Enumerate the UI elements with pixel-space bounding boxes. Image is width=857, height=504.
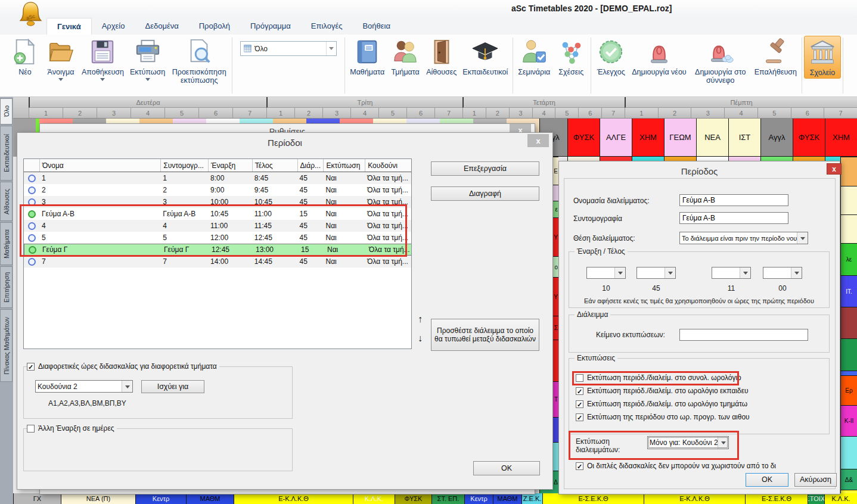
timetable-cell[interactable]: Αγγλ <box>760 119 793 157</box>
side-tab-all[interactable]: Όλο <box>0 98 13 125</box>
timetable-cell[interactable] <box>696 157 729 161</box>
timetable-cell[interactable]: Ε-Σ.Ε.Κ.Θ <box>745 493 808 504</box>
side-tab-subjects[interactable]: Μαθήματα <box>0 222 13 265</box>
abbreviation-input[interactable] <box>679 212 788 224</box>
edit-button[interactable]: Επεξεργασία <box>431 161 539 176</box>
end-hour-select[interactable] <box>712 267 751 279</box>
print-button[interactable]: Εκτύπωση <box>127 36 168 85</box>
add-break-button[interactable]: Προσθέστε διάλειμμα το οποίο θα τυπωθεί … <box>431 319 539 351</box>
timetable-cell[interactable]: ΦΥΣΚ <box>567 119 600 157</box>
chevron-down-icon[interactable] <box>791 267 802 278</box>
different-hours-checkbox[interactable]: ✓ Διαφορετικές ώρες διδασκαλίας για διαφ… <box>27 362 219 371</box>
period-row[interactable]: 4411:0011:4545ΝαιΌλα τα τμή... <box>24 220 411 232</box>
period-row[interactable]: 5512:0012:4545ΝαιΌλα τα τμή... <box>24 232 411 244</box>
period-row[interactable]: Γεύμα Α-ΒΓεύμα Α-Β10:4511:0015ΝαιΌλα τα … <box>24 208 411 220</box>
tab-general[interactable]: Γενικά <box>46 18 92 35</box>
timetable-cell[interactable]: λε <box>840 243 857 275</box>
chevron-down-icon[interactable] <box>122 381 132 392</box>
checkbox-box[interactable]: ✓ <box>576 400 583 408</box>
checkbox-box[interactable]: ✓ <box>576 413 583 421</box>
timetables-online-button[interactable]: TimeTables Online <box>845 36 857 86</box>
timetable-cell[interactable]: ΧΗΜ <box>825 119 857 157</box>
column-header[interactable]: Όνομα <box>39 159 160 172</box>
print-option-checkbox[interactable]: ✓Εκτύπωση περιόδ./διαλείμ. στο ωρολόγιο … <box>576 387 751 395</box>
timetable-cell[interactable]: ΓΕΩΜ <box>664 119 696 157</box>
column-header[interactable]: Κουδούνι <box>365 159 411 172</box>
periods-ok-button[interactable]: OK <box>473 461 540 475</box>
period-ok-button[interactable]: OK <box>746 473 788 487</box>
tab-help[interactable]: Βοήθεια <box>352 18 400 35</box>
timetable-cell[interactable]: Κ-ΙΙ <box>840 405 857 436</box>
period-row[interactable]: 3310:0010:4545ΝαιΌλα τα τμή... <box>24 196 411 208</box>
print-breaks-select[interactable]: Μόνο για: Κουδούνι 2 <box>647 436 729 449</box>
timetable-cell[interactable]: ΜΑΘΜ <box>493 493 521 504</box>
tab-data[interactable]: Δεδομένα <box>135 18 188 35</box>
asc-bell-logo-icon[interactable]: aSc <box>17 1 45 28</box>
print-option-checkbox[interactable]: ✓Εκτύπωση της περιόδου στο ωρ. προγρ. τω… <box>576 413 752 421</box>
bells-select[interactable]: Κουδούνια 2 <box>35 380 133 393</box>
period-row[interactable]: 7714:0014:4545ΝαιΌλα τα τμή... <box>24 256 411 267</box>
column-header[interactable]: Τέλος <box>252 159 297 172</box>
end-minute-select[interactable] <box>763 267 802 279</box>
side-tab-teachers[interactable]: Εκπαιδευτικοί <box>0 126 13 181</box>
timetable-cell[interactable]: ΙΣΤ <box>728 119 760 157</box>
timetable-cell[interactable]: Κ.Λ.Κ. <box>824 493 857 504</box>
timetable-cell[interactable] <box>840 214 857 243</box>
checkbox-box[interactable]: ✓ <box>576 387 583 395</box>
double-lessons-checkbox[interactable]: ✓ Οι διπλές διδασκαλίες δεν μπορούν να χ… <box>576 462 778 470</box>
subjects-button[interactable]: Μαθήματα <box>347 36 387 77</box>
timetable-cell[interactable]: ΣΤΟΙΧ. <box>808 493 824 504</box>
timetable-cell[interactable]: ΝΕΑ <box>696 119 728 157</box>
tab-view[interactable]: Προβολή <box>189 18 240 35</box>
period-close-button[interactable]: x <box>827 163 842 175</box>
print-option-checkbox[interactable]: Εκτύπωση περιόδ./διαλείμ. στο συνολ. ωρο… <box>576 374 744 382</box>
chevron-down-icon[interactable] <box>718 437 728 449</box>
tab-file[interactable]: Αρχείο <box>92 18 135 35</box>
relations-button[interactable]: Σχέσεις <box>553 36 589 77</box>
timetable-cell[interactable]: ΙΤ. <box>840 275 857 307</box>
timetable-cell[interactable]: Ερ <box>840 375 857 405</box>
verify-button[interactable]: Επαλήθευση <box>752 36 800 77</box>
chevron-down-icon[interactable] <box>326 42 336 55</box>
move-up-arrow-icon[interactable]: ↑ <box>414 314 426 325</box>
timetable-cell[interactable] <box>840 307 857 338</box>
print-option-checkbox[interactable]: ✓Εκτύπωση περιόδ./διαλείμ. στο ωρολόγιο … <box>576 400 750 408</box>
generate-new-button[interactable]: Δημιουργία νέου <box>629 36 690 77</box>
school-button[interactable]: Σχολείο <box>804 36 841 79</box>
timetable-cell[interactable]: Ζ.Ε.Κ. <box>521 493 542 504</box>
periods-close-button[interactable]: x <box>527 134 549 147</box>
timetable-cell[interactable]: ΦΥΣΚ <box>395 493 431 504</box>
check-button[interactable]: Έλεγχος <box>593 36 629 77</box>
timetable-cell[interactable] <box>632 157 665 161</box>
timetable-cell[interactable] <box>840 186 857 214</box>
save-button[interactable]: Αποθήκευση <box>79 36 127 85</box>
timetable-cell[interactable]: ΜΑΘΜ <box>186 493 234 504</box>
chevron-down-icon[interactable] <box>740 267 750 278</box>
period-row[interactable]: Γεύμα ΓΓεύμα Γ12:4513:0015ΝαιΌλα τα τμή.… <box>24 244 412 256</box>
applies-to-button[interactable]: Ισχύει για <box>141 380 204 393</box>
timetable-cell[interactable] <box>840 371 857 375</box>
timetable-cell[interactable]: ΝΕΑ (Π) <box>61 493 135 504</box>
checkbox-box[interactable]: ✓ <box>27 363 35 371</box>
timetable-cell[interactable]: ΓΧ <box>13 493 61 504</box>
period-row[interactable]: 229:009:4545ΝαιΌλα τα τμή... <box>24 184 411 196</box>
side-tab-classrooms[interactable]: Αίθουσες <box>0 182 13 221</box>
timetable-cell[interactable] <box>793 157 825 161</box>
print-text-input[interactable] <box>679 329 808 341</box>
timetable-cell[interactable]: Ε-Κ.Λ.Κ.Θ <box>234 493 353 504</box>
period-cancel-button[interactable]: Ακύρωση <box>794 473 837 487</box>
timetable-cell[interactable] <box>567 157 600 161</box>
tab-program[interactable]: Πρόγραμμα <box>240 18 301 35</box>
timetable-cell[interactable] <box>728 157 761 161</box>
delete-button[interactable]: Διαγραφή <box>431 186 539 201</box>
column-header[interactable]: Έναρξη <box>208 159 252 172</box>
chevron-down-icon[interactable] <box>665 267 675 278</box>
timetable-cell[interactable]: Κεντρ <box>464 493 493 504</box>
timetable-cell[interactable]: Δ& <box>840 469 857 490</box>
print-preview-button[interactable]: Προεπισκόπηση εκτύπωσης <box>168 36 230 86</box>
seminars-button[interactable]: Σεμινάρια <box>515 36 553 77</box>
column-header[interactable]: Συντομογρ... <box>160 159 208 172</box>
chevron-down-icon[interactable] <box>797 232 808 244</box>
new-button[interactable]: Νέο <box>7 36 43 77</box>
timetable-cell[interactable] <box>840 338 857 371</box>
